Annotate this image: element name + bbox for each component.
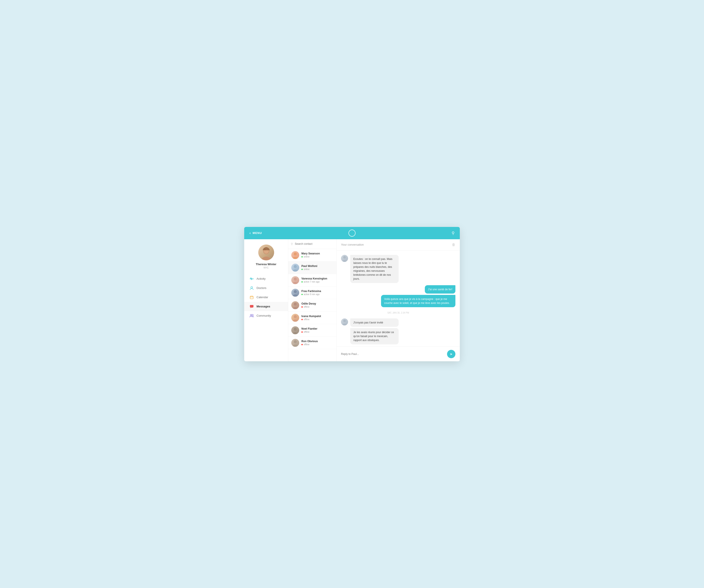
status-text-ron: offline — [304, 343, 309, 346]
contact-status-noel: offline — [301, 331, 333, 333]
svg-point-24 — [294, 328, 297, 331]
svg-point-30 — [343, 320, 346, 322]
activity-icon — [249, 277, 254, 281]
contact-item-ivana[interactable]: Ivana Humpalot offline — [288, 312, 336, 324]
svg-point-20 — [294, 303, 297, 306]
status-dot-ivana — [301, 319, 303, 320]
svg-point-28 — [343, 256, 346, 259]
contact-avatar-paul — [291, 264, 299, 272]
contacts-list: Mary Swanson online Pa — [288, 249, 336, 361]
message-row-1: Ecoutes : on te connaît pas. Mais laisse… — [341, 255, 455, 283]
contact-item-odile[interactable]: Odile Deray offline — [288, 299, 336, 312]
message-bubble-4: J'croyais pas t'avoir invité — [350, 318, 399, 327]
contact-status-ron: offline — [301, 343, 333, 346]
chat-input[interactable] — [341, 352, 445, 355]
svg-point-16 — [294, 277, 297, 280]
send-icon: ➤ — [450, 352, 453, 356]
sent-bubbles-group: J'ai une santé de fer! Voilà quinze ans … — [341, 285, 455, 307]
search-icon-top[interactable]: ⚲ — [452, 231, 455, 236]
chat-title: Your conversation — [341, 243, 364, 246]
svg-point-17 — [292, 282, 298, 284]
sidebar-item-calendar[interactable]: Calendar — [244, 293, 288, 302]
message-bubble-5: Je les avais réunis pour décider ce qu'o… — [350, 328, 399, 344]
contact-info-vanessa: Vanessa Kensington active 7 min ago — [301, 277, 333, 283]
status-text-frau: active 9 min ago — [304, 293, 320, 296]
status-dot-paul — [301, 269, 303, 270]
send-button[interactable]: ➤ — [447, 350, 455, 358]
received-bubbles-2: J'croyais pas t'avoir invité Je les avai… — [350, 318, 425, 344]
svg-point-25 — [292, 332, 298, 334]
contact-name-odile: Odile Deray — [301, 302, 333, 305]
contact-status-paul: online — [301, 268, 333, 270]
contact-avatar-vanessa — [291, 276, 299, 284]
doctors-label: Doctors — [256, 286, 267, 289]
sidebar-item-community[interactable]: Community — [244, 311, 288, 320]
search-icon-small: ⚲ — [291, 242, 293, 246]
contact-status-frau: active 9 min ago — [301, 293, 333, 296]
contact-name-vanessa: Vanessa Kensington — [301, 277, 333, 280]
contact-avatar-mary — [291, 251, 299, 259]
contact-info-odile: Odile Deray offline — [301, 302, 333, 308]
sidebar-item-doctors[interactable]: Doctors — [244, 283, 288, 293]
date-divider: SAT, JAN 30, 2:34 PM — [341, 312, 455, 314]
contact-status-ivana: offline — [301, 318, 333, 321]
contact-item-ron[interactable]: Ron Obvious offline — [288, 337, 336, 349]
logo-circle — [349, 230, 355, 237]
svg-point-4 — [251, 286, 252, 288]
chat-messages: Ecoutes : on te connaît pas. Mais laisse… — [337, 251, 460, 346]
community-icon — [249, 314, 254, 318]
user-avatar — [258, 245, 274, 260]
status-dot-noel — [301, 331, 303, 333]
messages-label: Messages — [256, 305, 270, 308]
contact-item-mary[interactable]: Mary Swanson online — [288, 249, 336, 261]
message-bubble-2: J'ai une santé de fer! — [425, 285, 455, 293]
user-location: NYC — [263, 266, 269, 269]
svg-point-14 — [294, 265, 297, 268]
menu-button[interactable]: ‹ MENU — [249, 231, 318, 235]
contact-item-vanessa[interactable]: Vanessa Kensington active 7 min ago — [288, 274, 336, 286]
contact-name-noel: Noel Fiantier — [301, 327, 333, 330]
svg-point-23 — [292, 320, 298, 322]
contact-name-ivana: Ivana Humpalot — [301, 315, 333, 318]
message-bubble-1: Ecoutes : on te connaît pas. Mais laisse… — [350, 255, 399, 283]
svg-point-15 — [292, 269, 298, 272]
trash-icon[interactable]: 🗑 — [452, 243, 455, 247]
status-text-noel: offline — [304, 331, 309, 333]
contact-info-noel: Noel Fiantier offline — [301, 327, 333, 333]
svg-point-11 — [252, 314, 253, 316]
contact-info-mary: Mary Swanson online — [301, 252, 333, 258]
msg-avatar-paul — [341, 255, 348, 262]
contact-item-noel[interactable]: Noel Fiantier offline — [288, 324, 336, 337]
chat-header: Your conversation 🗑 — [337, 239, 460, 251]
svg-point-2 — [261, 257, 271, 260]
contact-info-ron: Ron Obvious offline — [301, 340, 333, 346]
contact-avatar-odile — [291, 301, 299, 309]
community-label: Community — [256, 314, 271, 317]
svg-point-27 — [292, 344, 298, 347]
contact-item-frau[interactable]: Frau Farbissina active 9 min ago — [288, 286, 336, 299]
message-row-2: J'croyais pas t'avoir invité Je les avai… — [341, 318, 455, 344]
status-dot-ron — [301, 344, 303, 345]
svg-point-10 — [250, 314, 252, 316]
svg-point-31 — [342, 324, 347, 325]
svg-rect-5 — [250, 296, 253, 299]
svg-point-12 — [294, 252, 297, 256]
status-text-vanessa: active 7 min ago — [304, 280, 320, 283]
svg-point-13 — [292, 257, 298, 259]
doctors-icon — [249, 286, 254, 290]
svg-point-29 — [342, 260, 347, 262]
contacts-panel: ⚲ Mary Swanson online — [288, 239, 337, 361]
nav-items: Activity Doctors — [244, 274, 288, 358]
sidebar-item-activity[interactable]: Activity — [244, 274, 288, 283]
calendar-label: Calendar — [256, 296, 268, 299]
svg-point-22 — [294, 315, 297, 318]
contact-name-mary: Mary Swanson — [301, 252, 333, 255]
contact-item-paul[interactable]: Paul Wolfoni online — [288, 261, 336, 274]
activity-label: Activity — [256, 277, 266, 280]
search-input[interactable] — [295, 242, 334, 245]
contact-status-odile: offline — [301, 306, 333, 308]
message-bubble-3: Voilà quinze ans que je vis à la campagn… — [381, 295, 455, 307]
status-text-mary: online — [304, 256, 309, 258]
top-bar: ‹ MENU ⚲ — [244, 227, 460, 239]
sidebar-item-messages[interactable]: Messages — [244, 302, 288, 311]
